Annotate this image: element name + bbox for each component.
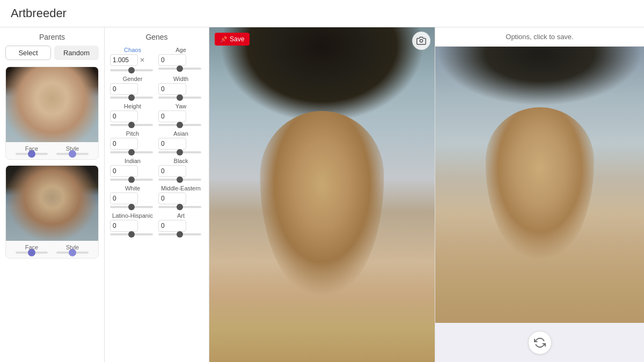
gene-row-pitch-asian: Pitch Asian (110, 130, 203, 153)
height-input[interactable] (110, 110, 138, 122)
gene-age-label: Age (158, 47, 203, 53)
refresh-button[interactable] (528, 331, 552, 354)
option-image-1[interactable] (435, 47, 644, 323)
gene-col-chaos: Chaos ✕ (110, 47, 155, 71)
gene-col-latino: Latino-Hispanic (110, 212, 155, 235)
gene-art-label: Art (158, 212, 203, 219)
gene-col-gender: Gender (110, 76, 155, 99)
middleeastern-input[interactable] (158, 193, 186, 204)
parent-card-2: Face Style (5, 165, 99, 258)
parent-2-style-slider[interactable] (56, 252, 89, 254)
gene-row-white-middleeastern: White Middle-Eastern (110, 185, 203, 208)
gender-input[interactable] (110, 83, 138, 95)
options-images-grid (435, 47, 644, 323)
select-button[interactable]: Select (5, 46, 51, 60)
camera-icon (416, 36, 426, 46)
parent-2-face-slider[interactable] (16, 252, 48, 254)
gene-col-art: Art (158, 212, 203, 235)
chaos-x-icon: ✕ (140, 56, 145, 64)
asian-input[interactable] (158, 138, 186, 150)
indian-slider[interactable] (110, 179, 153, 181)
gene-white-label: White (110, 185, 155, 191)
gene-middleeastern-label: Middle-Eastern (158, 185, 203, 191)
gene-latino-label: Latino-Hispanic (110, 212, 155, 219)
gene-row-height-yaw: Height Yaw (110, 103, 203, 126)
gene-asian-label: Asian (158, 130, 203, 137)
primary-image-bg (209, 27, 435, 362)
parent-2-image[interactable] (6, 166, 98, 241)
options-title: Options, click to save. (506, 33, 573, 41)
gene-row-chaos-age: Chaos ✕ Age (110, 47, 203, 71)
genes-title: Genes (110, 33, 203, 41)
art-slider[interactable] (158, 233, 201, 235)
gene-col-age: Age (158, 47, 203, 71)
pinterest-icon: 📌 (220, 36, 228, 43)
genes-panel: Genes Chaos ✕ Age Gender (105, 27, 209, 362)
refresh-area (435, 323, 644, 362)
parents-section-title: Parents (5, 33, 99, 41)
parent-1-face-slider[interactable] (16, 153, 48, 155)
yaw-slider[interactable] (158, 124, 201, 126)
white-input[interactable] (110, 193, 138, 204)
parent-2-sliders: Face Style (6, 241, 98, 258)
latino-slider[interactable] (110, 233, 153, 235)
indian-input[interactable] (110, 165, 138, 177)
parent-1-image[interactable] (6, 67, 98, 142)
gene-col-asian: Asian (158, 130, 203, 153)
gene-col-height: Height (110, 103, 155, 126)
parent-2-face (6, 166, 98, 241)
image-area: 📌 Save Options, click to save. (209, 27, 644, 362)
main-layout: Parents Select Random Face Style (0, 27, 644, 362)
height-slider[interactable] (110, 124, 153, 126)
content-row: 📌 Save Options, click to save. (209, 27, 644, 362)
parent-1-face (6, 67, 98, 142)
gene-width-label: Width (158, 76, 203, 82)
parent-1-sliders: Face Style (6, 142, 98, 159)
chaos-slider[interactable] (110, 69, 153, 71)
random-button[interactable]: Random (54, 46, 99, 60)
pitch-slider[interactable] (110, 151, 153, 153)
gene-col-pitch: Pitch (110, 130, 155, 153)
gene-height-label: Height (110, 103, 155, 109)
parent-2-style-group: Style (56, 244, 89, 254)
art-input[interactable] (158, 220, 186, 232)
gender-slider[interactable] (110, 97, 153, 99)
parent-1-style-slider[interactable] (56, 153, 89, 155)
white-slider[interactable] (110, 206, 153, 208)
chaos-input[interactable] (110, 54, 138, 66)
parent-card-1: Face Style (5, 67, 99, 160)
gene-chaos-label: Chaos (110, 47, 155, 53)
age-slider[interactable] (158, 68, 201, 70)
parent-buttons: Select Random (5, 46, 99, 60)
app-header: Artbreeder (0, 0, 644, 27)
options-panel: Options, click to save. (435, 27, 644, 362)
gene-pitch-label: Pitch (110, 130, 155, 137)
gene-col-indian: Indian (110, 158, 155, 181)
camera-button[interactable] (412, 32, 430, 50)
refresh-icon (534, 337, 546, 349)
gene-black-label: Black (158, 158, 203, 164)
gene-yaw-label: Yaw (158, 103, 203, 109)
app-title: Artbreeder (11, 6, 67, 20)
width-slider[interactable] (158, 97, 201, 99)
gene-col-white: White (110, 185, 155, 208)
black-input[interactable] (158, 165, 186, 177)
width-input[interactable] (158, 83, 186, 95)
middleeastern-slider[interactable] (158, 206, 201, 208)
gene-indian-label: Indian (110, 158, 155, 164)
pitch-input[interactable] (110, 138, 138, 150)
gene-col-yaw: Yaw (158, 103, 203, 126)
asian-slider[interactable] (158, 151, 201, 153)
yaw-input[interactable] (158, 110, 186, 122)
age-input[interactable] (158, 54, 186, 66)
option-1-bg (435, 47, 644, 323)
latino-input[interactable] (110, 220, 138, 232)
gene-col-middleeastern: Middle-Eastern (158, 185, 203, 208)
parent-1-face-group: Face (16, 145, 48, 155)
parent-2-face-group: Face (16, 244, 48, 254)
black-slider[interactable] (158, 179, 201, 181)
gene-row-latino-art: Latino-Hispanic Art (110, 212, 203, 235)
save-button[interactable]: 📌 Save (215, 33, 250, 46)
primary-image-container: 📌 Save (209, 27, 435, 362)
parent-1-style-group: Style (56, 145, 89, 155)
